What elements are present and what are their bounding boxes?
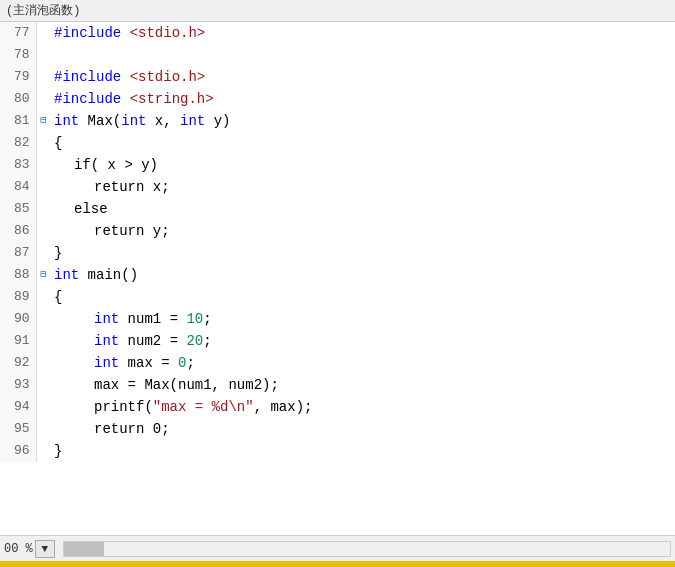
fold-button [36, 176, 50, 198]
code-line: { [50, 132, 675, 154]
line-number: 81 [0, 110, 36, 132]
line-number: 88 [0, 264, 36, 286]
fold-button [36, 132, 50, 154]
fold-button [36, 44, 50, 66]
fold-button [36, 154, 50, 176]
table-row: 95return 0; [0, 418, 675, 440]
fold-button [36, 66, 50, 88]
zoom-dropdown-btn[interactable]: ▼ [35, 540, 55, 558]
code-line: int num1 = 10; [50, 308, 675, 330]
code-line [50, 44, 675, 66]
table-row: 88⊟int main() [0, 264, 675, 286]
zoom-value: 00 % [4, 542, 33, 556]
code-line: { [50, 286, 675, 308]
title-text: (主消泡函数) [6, 2, 80, 19]
code-line: int num2 = 20; [50, 330, 675, 352]
table-row: 82{ [0, 132, 675, 154]
line-number: 86 [0, 220, 36, 242]
table-row: 92int max = 0; [0, 352, 675, 374]
fold-button[interactable]: ⊟ [36, 110, 50, 132]
code-line: printf("max = %d\n", max); [50, 396, 675, 418]
table-row: 81⊟int Max(int x, int y) [0, 110, 675, 132]
code-line: int Max(int x, int y) [50, 110, 675, 132]
fold-button [36, 308, 50, 330]
fold-button [36, 242, 50, 264]
code-line: return 0; [50, 418, 675, 440]
table-row: 84return x; [0, 176, 675, 198]
line-number: 84 [0, 176, 36, 198]
fold-button [36, 22, 50, 44]
line-number: 93 [0, 374, 36, 396]
fold-button [36, 396, 50, 418]
line-number: 95 [0, 418, 36, 440]
code-line: #include <stdio.h> [50, 22, 675, 44]
code-line: if( x > y) [50, 154, 675, 176]
fold-button [36, 88, 50, 110]
code-area[interactable]: 77#include <stdio.h>7879#include <stdio.… [0, 22, 675, 535]
code-line: int main() [50, 264, 675, 286]
code-line: return y; [50, 220, 675, 242]
table-row: 90int num1 = 10; [0, 308, 675, 330]
line-number: 90 [0, 308, 36, 330]
line-number: 79 [0, 66, 36, 88]
line-number: 78 [0, 44, 36, 66]
code-table: 77#include <stdio.h>7879#include <stdio.… [0, 22, 675, 462]
line-number: 91 [0, 330, 36, 352]
fold-button [36, 374, 50, 396]
table-row: 79#include <stdio.h> [0, 66, 675, 88]
code-line: } [50, 242, 675, 264]
fold-button [36, 286, 50, 308]
fold-button [36, 352, 50, 374]
line-number: 96 [0, 440, 36, 462]
code-line: int max = 0; [50, 352, 675, 374]
line-number: 87 [0, 242, 36, 264]
line-number: 82 [0, 132, 36, 154]
line-number: 83 [0, 154, 36, 176]
title-bar: (主消泡函数) [0, 0, 675, 22]
fold-button [36, 440, 50, 462]
table-row: 94printf("max = %d\n", max); [0, 396, 675, 418]
table-row: 93max = Max(num1, num2); [0, 374, 675, 396]
table-row: 83if( x > y) [0, 154, 675, 176]
fold-button[interactable]: ⊟ [36, 264, 50, 286]
fold-button [36, 418, 50, 440]
line-number: 85 [0, 198, 36, 220]
table-row: 78 [0, 44, 675, 66]
table-row: 85else [0, 198, 675, 220]
line-number: 89 [0, 286, 36, 308]
fold-button [36, 330, 50, 352]
line-number: 80 [0, 88, 36, 110]
table-row: 80#include <string.h> [0, 88, 675, 110]
yellow-accent-bar [0, 561, 675, 567]
fold-button [36, 220, 50, 242]
line-number: 77 [0, 22, 36, 44]
table-row: 89{ [0, 286, 675, 308]
fold-button [36, 198, 50, 220]
code-line: max = Max(num1, num2); [50, 374, 675, 396]
horizontal-scrollbar[interactable] [63, 541, 671, 557]
bottom-bar: 00 % ▼ [0, 535, 675, 561]
code-line: return x; [50, 176, 675, 198]
code-line: #include <stdio.h> [50, 66, 675, 88]
table-row: 86return y; [0, 220, 675, 242]
line-number: 92 [0, 352, 36, 374]
code-line: #include <string.h> [50, 88, 675, 110]
code-line: } [50, 440, 675, 462]
code-line: else [50, 198, 675, 220]
table-row: 91int num2 = 20; [0, 330, 675, 352]
zoom-control: 00 % ▼ [4, 540, 55, 558]
line-number: 94 [0, 396, 36, 418]
table-row: 96} [0, 440, 675, 462]
table-row: 87} [0, 242, 675, 264]
table-row: 77#include <stdio.h> [0, 22, 675, 44]
